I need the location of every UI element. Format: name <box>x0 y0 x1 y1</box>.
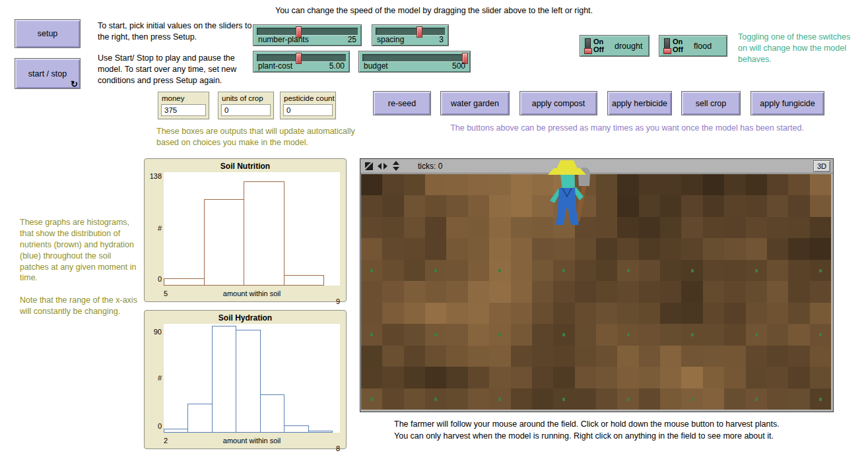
apply-compost-button[interactable]: apply compost <box>519 91 597 115</box>
soil-patch <box>404 367 425 388</box>
soil-patch <box>596 174 617 195</box>
spacing-slider[interactable]: spacing 3 <box>372 24 449 46</box>
ticks-counter: ticks: 0 <box>418 162 442 171</box>
horizontal-arrows-icon[interactable] <box>378 162 387 171</box>
soil-field[interactable] <box>361 174 831 410</box>
vertical-arrows-icon[interactable] <box>391 161 401 171</box>
soil-patch <box>532 217 553 238</box>
soil-patch <box>575 346 596 367</box>
view-3d-button[interactable]: 3D <box>813 160 830 172</box>
speed-slider-note: You can change the speed of the model by… <box>0 5 868 16</box>
soil-patch <box>511 346 532 367</box>
histogram-bar <box>164 278 205 285</box>
histogram-bar <box>260 394 284 432</box>
soil-patch <box>681 174 702 195</box>
drought-switch[interactable]: On Off drought <box>580 35 650 57</box>
switch-off-label: Off <box>593 46 604 53</box>
budget-slider[interactable]: budget 500 <box>358 51 471 73</box>
soil-patch <box>446 281 467 302</box>
histogram-bar <box>236 330 260 432</box>
soil-patch <box>788 367 809 388</box>
soil-patch <box>596 303 617 324</box>
plot-area <box>164 324 340 433</box>
soil-patch <box>703 281 724 302</box>
plant-sprout <box>370 333 373 336</box>
soil-patch <box>660 324 681 345</box>
soil-patch <box>575 281 596 302</box>
soil-patch <box>575 217 596 238</box>
plant-sprout <box>434 269 437 272</box>
view-resize-icon[interactable] <box>364 162 374 171</box>
soil-patch <box>446 303 467 324</box>
soil-patch <box>404 174 425 195</box>
soil-patch <box>532 388 553 410</box>
soil-patch <box>681 217 702 238</box>
soil-patch <box>660 281 681 302</box>
soil-patch <box>532 260 553 281</box>
soil-patch <box>639 217 660 238</box>
sell-crop-button[interactable]: sell crop <box>681 91 741 115</box>
slider-label: spacing <box>377 35 404 44</box>
soil-nutrition-histogram: Soil Nutrition 138 # 0 5 amount within s… <box>144 158 347 302</box>
soil-patch <box>489 281 510 302</box>
number-plants-slider[interactable]: number-plants 25 <box>253 24 362 46</box>
water-garden-button[interactable]: water garden <box>440 91 510 115</box>
start-stop-button-label: start / stop <box>28 69 67 78</box>
soil-patch <box>660 303 681 324</box>
soil-patch <box>617 238 638 259</box>
soil-patch <box>468 346 489 367</box>
soil-patch <box>553 238 574 259</box>
soil-patch <box>639 367 660 388</box>
button-label: apply compost <box>532 99 585 108</box>
soil-patch <box>767 195 788 216</box>
setup-button-label: setup <box>38 29 58 38</box>
switch-track[interactable] <box>664 38 670 54</box>
re-seed-button[interactable]: re-seed <box>373 91 431 115</box>
switch-track[interactable] <box>585 38 591 54</box>
soil-patch <box>511 388 532 410</box>
flood-switch[interactable]: On Off flood <box>659 35 727 57</box>
switch-name: flood <box>694 42 712 51</box>
plant-sprout <box>434 333 437 336</box>
soil-patch <box>810 174 831 195</box>
plant-cost-slider[interactable]: plant-cost 5.00 <box>253 51 350 73</box>
switch-handle[interactable] <box>663 48 671 54</box>
switch-handle[interactable] <box>584 48 592 54</box>
apply-herbicide-button[interactable]: apply herbicide <box>607 91 672 115</box>
soil-patch <box>767 281 788 302</box>
soil-patch <box>724 367 745 388</box>
soil-patch <box>788 174 809 195</box>
soil-patch <box>468 367 489 388</box>
soil-patch <box>703 260 724 281</box>
soil-patch <box>746 217 767 238</box>
soil-patch <box>489 238 510 259</box>
soil-patch <box>425 346 446 367</box>
soil-patch <box>489 303 510 324</box>
soil-patch <box>660 195 681 216</box>
setup-button[interactable]: setup <box>15 19 81 48</box>
soil-patch <box>382 388 403 410</box>
soil-patch <box>767 367 788 388</box>
soil-patch <box>382 324 403 345</box>
plant-sprout <box>755 333 758 336</box>
soil-patch <box>468 281 489 302</box>
soil-patch <box>425 195 446 216</box>
soil-patch <box>553 195 574 216</box>
soil-patch <box>468 174 489 195</box>
start-stop-button[interactable]: start / stop ↻ <box>15 58 81 89</box>
soil-patch <box>382 303 403 324</box>
soil-patch <box>660 346 681 367</box>
soil-patch <box>703 324 724 345</box>
soil-patch <box>639 238 660 259</box>
apply-fungicide-button[interactable]: apply fungicide <box>751 91 824 115</box>
plant-sprout <box>627 269 630 272</box>
y-axis-label: # <box>146 224 162 232</box>
histogram-bar <box>284 275 325 285</box>
soil-patch <box>511 174 532 195</box>
soil-patch <box>404 238 425 259</box>
soil-patch <box>446 195 467 216</box>
soil-patch <box>788 195 809 216</box>
soil-patch <box>810 303 831 324</box>
soil-patch <box>446 260 467 281</box>
soil-patch <box>639 388 660 410</box>
